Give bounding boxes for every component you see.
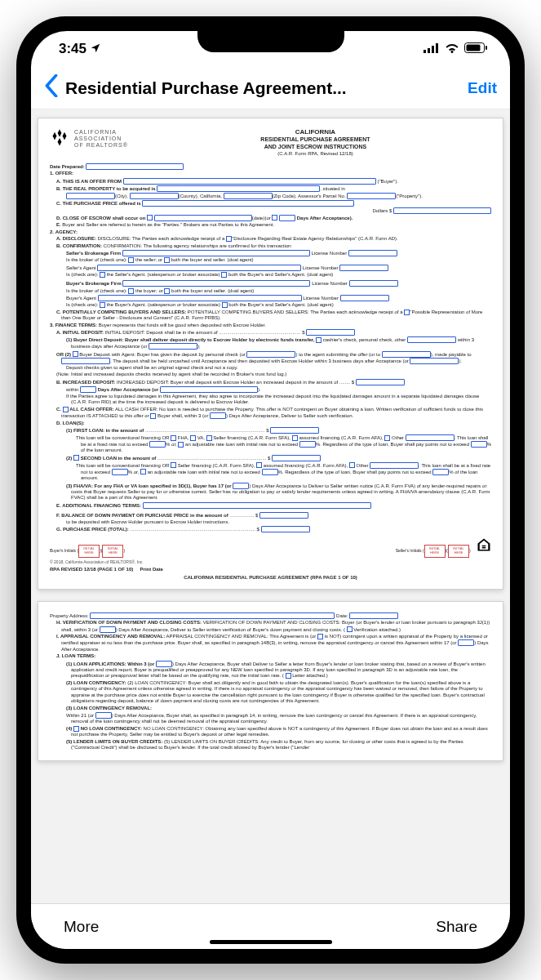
bb-buyer-checkbox[interactable] bbox=[128, 288, 134, 294]
edit-button[interactable]: Edit bbox=[468, 79, 497, 97]
document-page-1[interactable]: CALIFORNIA ASSOCIATION OF REALTORS® CALI… bbox=[38, 118, 503, 590]
cash-days-field[interactable] bbox=[210, 412, 226, 419]
svg-marker-9 bbox=[63, 132, 67, 140]
property-field[interactable] bbox=[157, 185, 320, 192]
wifi-icon bbox=[445, 41, 459, 57]
svg-rect-11 bbox=[482, 546, 486, 547]
dep-hold-field[interactable] bbox=[410, 358, 459, 364]
coe-days-checkbox[interactable] bbox=[272, 215, 277, 220]
p2-date-field[interactable] bbox=[349, 612, 398, 619]
points-field[interactable] bbox=[471, 441, 487, 448]
af2-checkbox[interactable] bbox=[256, 462, 262, 468]
status-indicators bbox=[423, 41, 487, 57]
ba-opt1-checkbox[interactable] bbox=[100, 302, 105, 308]
p2-addr-field[interactable] bbox=[90, 612, 335, 619]
deposit-alt-field[interactable] bbox=[149, 343, 197, 350]
buyer-initial-1[interactable]: INITIAL HERE bbox=[78, 545, 100, 558]
sf-checkbox[interactable] bbox=[206, 435, 212, 441]
date-prepared-field[interactable] bbox=[86, 163, 184, 170]
deposit-other-field[interactable] bbox=[407, 336, 456, 343]
other-loan-checkbox[interactable] bbox=[384, 435, 390, 441]
buyer-firm-lic-field[interactable] bbox=[349, 280, 398, 287]
va-checkbox[interactable] bbox=[190, 435, 196, 441]
cellular-icon bbox=[423, 41, 440, 57]
arm2-rate-field[interactable] bbox=[262, 469, 278, 475]
seller-initial-2[interactable]: INITIAL HERE bbox=[448, 545, 469, 558]
seller-firm-lic-field[interactable] bbox=[348, 250, 397, 256]
letter-att-checkbox[interactable] bbox=[286, 673, 291, 679]
document-page-2[interactable]: Property Address: Date: H. VERIFICATION … bbox=[38, 601, 503, 761]
addtl-terms-field[interactable] bbox=[143, 502, 371, 509]
coe-date-field[interactable] bbox=[154, 215, 252, 221]
ver-att-checkbox[interactable] bbox=[347, 626, 353, 632]
page-footer-title: CALIFORNIA RESIDENTIAL PURCHASE AGREEMEN… bbox=[50, 575, 491, 581]
arm2-checkbox[interactable] bbox=[140, 469, 146, 474]
cash-ver-checkbox[interactable] bbox=[150, 413, 156, 419]
share-button[interactable]: Share bbox=[436, 918, 477, 936]
zip-field[interactable] bbox=[224, 193, 273, 199]
allcash-checkbox[interactable] bbox=[63, 407, 69, 412]
buyer-firm-field[interactable] bbox=[122, 280, 310, 287]
svg-rect-12 bbox=[482, 547, 486, 549]
loan2-field[interactable] bbox=[272, 455, 321, 461]
deposit-field[interactable] bbox=[306, 329, 355, 336]
loan2-checkbox[interactable] bbox=[73, 455, 79, 461]
seller-agent-lic-field[interactable] bbox=[339, 265, 388, 271]
appr-not-checkbox[interactable] bbox=[317, 634, 323, 639]
sa-opt1-checkbox[interactable] bbox=[100, 272, 105, 278]
price-words-field[interactable] bbox=[142, 200, 354, 207]
balance-field[interactable] bbox=[259, 512, 308, 519]
sa-opt2-checkbox[interactable] bbox=[221, 272, 227, 278]
fhava-days-field[interactable] bbox=[233, 483, 249, 489]
coe-date-checkbox[interactable] bbox=[147, 215, 153, 220]
apn-field[interactable] bbox=[347, 193, 396, 199]
lc-days-field[interactable] bbox=[95, 712, 112, 719]
other-loan-field[interactable] bbox=[406, 434, 455, 441]
dep-agent-field[interactable] bbox=[246, 351, 295, 358]
screen: 3:45 Residential P bbox=[31, 31, 510, 949]
loan1-field[interactable] bbox=[270, 427, 319, 434]
home-indicator[interactable] bbox=[210, 940, 332, 944]
more-button[interactable]: More bbox=[64, 918, 99, 936]
back-button[interactable] bbox=[44, 74, 59, 101]
nolc-checkbox[interactable] bbox=[73, 726, 79, 732]
other2-checkbox[interactable] bbox=[349, 462, 355, 468]
ba-opt2-checkbox[interactable] bbox=[222, 302, 228, 308]
loanapp-days-field[interactable] bbox=[156, 661, 172, 667]
buyer-name-field[interactable] bbox=[123, 178, 376, 185]
seller-initial-1[interactable]: INITIAL HERE bbox=[424, 545, 446, 558]
sf2-checkbox[interactable] bbox=[171, 462, 176, 468]
total-field[interactable] bbox=[261, 526, 310, 532]
buyer-agent-lic-field[interactable] bbox=[340, 295, 389, 301]
inc-days-field[interactable] bbox=[80, 386, 96, 393]
city-field[interactable] bbox=[66, 193, 115, 199]
arm-rate-field[interactable] bbox=[299, 441, 316, 448]
price-field[interactable] bbox=[393, 207, 491, 214]
county-field[interactable] bbox=[130, 193, 179, 199]
payable-field[interactable] bbox=[61, 358, 110, 364]
rate1-field[interactable] bbox=[149, 441, 166, 448]
inc-alt-field[interactable] bbox=[160, 386, 258, 393]
fha-checkbox[interactable] bbox=[171, 435, 176, 441]
buyer-initial-2[interactable]: INITIAL HERE bbox=[102, 545, 123, 558]
appr-days-field[interactable] bbox=[458, 639, 474, 646]
inc-dep-field[interactable] bbox=[356, 379, 405, 385]
af-checkbox[interactable] bbox=[292, 435, 298, 441]
cc-checkbox[interactable] bbox=[316, 337, 321, 343]
dep-to-field[interactable] bbox=[382, 351, 431, 358]
coe-days-field[interactable] bbox=[279, 215, 295, 221]
ad-checkbox[interactable] bbox=[226, 236, 232, 242]
sb-dual-checkbox[interactable] bbox=[164, 257, 170, 263]
sb-seller-checkbox[interactable] bbox=[128, 257, 134, 263]
seller-agent-field[interactable] bbox=[97, 265, 301, 271]
dep-agent-checkbox[interactable] bbox=[73, 351, 78, 357]
other2-field[interactable] bbox=[370, 462, 419, 469]
seller-firm-field[interactable] bbox=[122, 250, 310, 256]
buyer-agent-field[interactable] bbox=[98, 295, 302, 301]
ver-days-field[interactable] bbox=[100, 626, 116, 633]
document-viewer[interactable]: CALIFORNIA ASSOCIATION OF REALTORS® CALI… bbox=[31, 109, 510, 903]
arm-checkbox[interactable] bbox=[178, 442, 184, 448]
bb-dual-checkbox[interactable] bbox=[164, 288, 170, 294]
rate2-field[interactable] bbox=[112, 469, 128, 475]
points2-field[interactable] bbox=[432, 469, 449, 475]
